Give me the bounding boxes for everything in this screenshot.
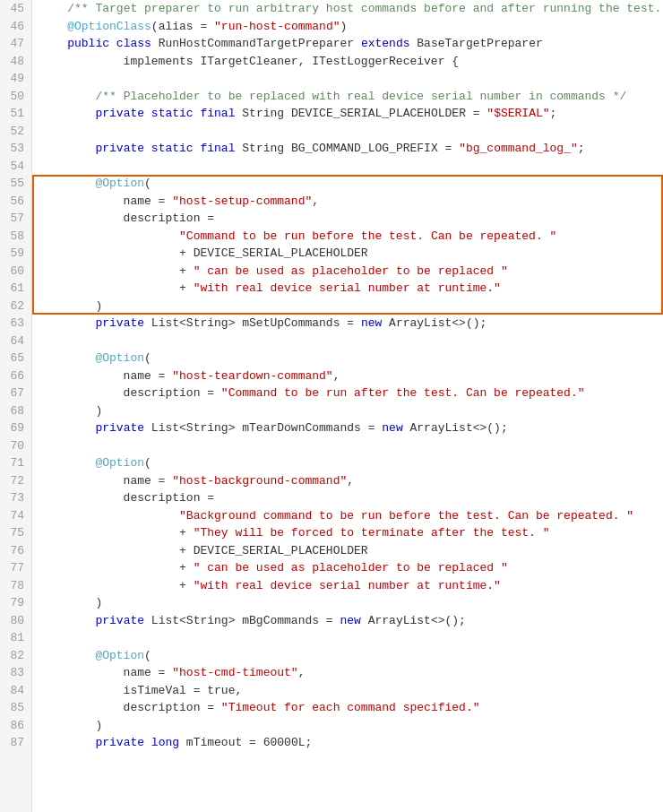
token-annotation: @OptionClass [39, 18, 151, 36]
token-plain: + [39, 263, 194, 281]
token-comment: /** Target preparer to run arbitrary hos… [67, 0, 663, 18]
token-keyword: private [95, 419, 144, 437]
line-number: 72 [7, 472, 24, 490]
code-line: /** Placeholder to be replaced with real… [39, 88, 663, 106]
code-line: name = "host-teardown-command", [39, 367, 663, 385]
line-number: 55 [7, 175, 24, 193]
token-string: "host-setup-command" [172, 193, 312, 211]
line-number: 75 [7, 524, 24, 542]
token-keyword: static [151, 140, 194, 158]
line-number: 48 [7, 53, 24, 71]
token-plain: ( [144, 350, 151, 367]
token-plain [194, 140, 201, 158]
code-content[interactable]: /** Target preparer to run arbitrary hos… [32, 0, 663, 812]
line-number: 83 [7, 664, 24, 682]
code-line: private static final String BG_COMMAND_L… [39, 140, 663, 158]
token-string: "with real device serial number at runti… [194, 577, 501, 595]
token-keyword: private [95, 315, 144, 333]
line-number: 76 [7, 542, 24, 560]
token-keyword: class [116, 35, 151, 53]
code-line: @Option( [39, 454, 663, 472]
code-line: + " can be used as placeholder to be rep… [39, 559, 663, 577]
token-plain: ) [39, 717, 102, 735]
token-plain: + [39, 524, 194, 542]
token-plain: , [333, 367, 340, 385]
line-number: 57 [7, 210, 24, 228]
token-plain: description = [39, 489, 214, 507]
line-number: 49 [7, 70, 24, 88]
line-number: 85 [7, 699, 24, 717]
line-number: 69 [7, 419, 24, 437]
code-line: ) [39, 594, 663, 612]
code-line: name = "host-background-command", [39, 472, 663, 490]
token-plain: = [194, 18, 214, 36]
line-number: 46 [7, 18, 24, 36]
token-plain: ( [144, 647, 151, 665]
token-plain: isTimeVal = true, [39, 682, 242, 700]
token-plain: ( [144, 454, 151, 472]
token-annotation: @Option [39, 175, 144, 193]
code-line: ) [39, 402, 663, 420]
token-plain: implements ITargetCleaner, ITestLoggerRe… [39, 53, 459, 71]
line-number: 51 [7, 105, 24, 123]
code-line [39, 70, 663, 88]
line-number: 54 [7, 158, 24, 176]
token-plain [109, 35, 116, 53]
token-plain [144, 105, 151, 123]
token-plain [39, 507, 179, 525]
token-annotation: @Option [39, 647, 144, 665]
line-number: 73 [7, 489, 24, 507]
token-plain: BaseTargetPreparer [410, 35, 543, 53]
code-line: description = "Command to be run after t… [39, 384, 663, 402]
line-number: 78 [7, 577, 24, 595]
code-line: + " can be used as placeholder to be rep… [39, 263, 663, 281]
line-number: 61 [7, 280, 24, 298]
line-number: 66 [7, 367, 24, 385]
code-line [39, 123, 663, 141]
line-number: 79 [7, 594, 24, 612]
token-plain: name = [39, 472, 172, 490]
token-string: "with real device serial number at runti… [194, 280, 501, 298]
token-plain [39, 612, 95, 630]
code-line: private List<String> mTearDownCommands =… [39, 419, 663, 437]
code-line: ) [39, 717, 663, 735]
line-number: 65 [7, 350, 24, 367]
token-keyword: new [382, 419, 402, 437]
line-number: 80 [7, 612, 24, 630]
token-annotation: @Option [39, 454, 144, 472]
code-line: + DEVICE_SERIAL_PLACEHOLDER [39, 245, 663, 263]
token-plain: ) [39, 298, 102, 315]
line-number: 81 [7, 629, 24, 647]
token-plain: List<String> mBgCommands = [144, 612, 340, 630]
line-number: 52 [7, 123, 24, 141]
code-line: + "with real device serial number at run… [39, 280, 663, 298]
token-plain [39, 228, 179, 246]
token-string: "Command to be run before the test. Can … [179, 228, 556, 246]
token-keyword: long [151, 734, 179, 752]
line-number: 63 [7, 315, 24, 333]
token-plain: + [39, 577, 194, 595]
code-line: public class RunHostCommandTargetPrepare… [39, 35, 663, 53]
token-plain: ) [340, 18, 348, 36]
code-line: isTimeVal = true, [39, 682, 663, 700]
code-line: implements ITargetCleaner, ITestLoggerRe… [39, 53, 663, 71]
token-plain: ( [151, 18, 159, 36]
code-line: description = [39, 210, 663, 228]
token-plain: name = [39, 193, 172, 211]
line-number: 68 [7, 402, 24, 420]
line-number: 64 [7, 333, 24, 350]
code-line: + DEVICE_SERIAL_PLACEHOLDER [39, 542, 663, 560]
token-string: " can be used as placeholder to be repla… [194, 263, 508, 281]
code-line: /** Target preparer to run arbitrary hos… [39, 0, 663, 18]
token-plain: , [298, 664, 306, 682]
line-number: 67 [7, 384, 24, 402]
token-keyword: private [95, 105, 144, 123]
code-line: description = "Timeout for each command … [39, 699, 663, 717]
code-line: name = "host-setup-command", [39, 193, 663, 211]
line-number: 82 [7, 647, 24, 665]
token-string: "host-background-command" [172, 472, 347, 490]
token-keyword: static [151, 105, 194, 123]
token-plain: , [347, 472, 354, 490]
token-keyword: new [361, 315, 382, 333]
line-number: 77 [7, 559, 24, 577]
